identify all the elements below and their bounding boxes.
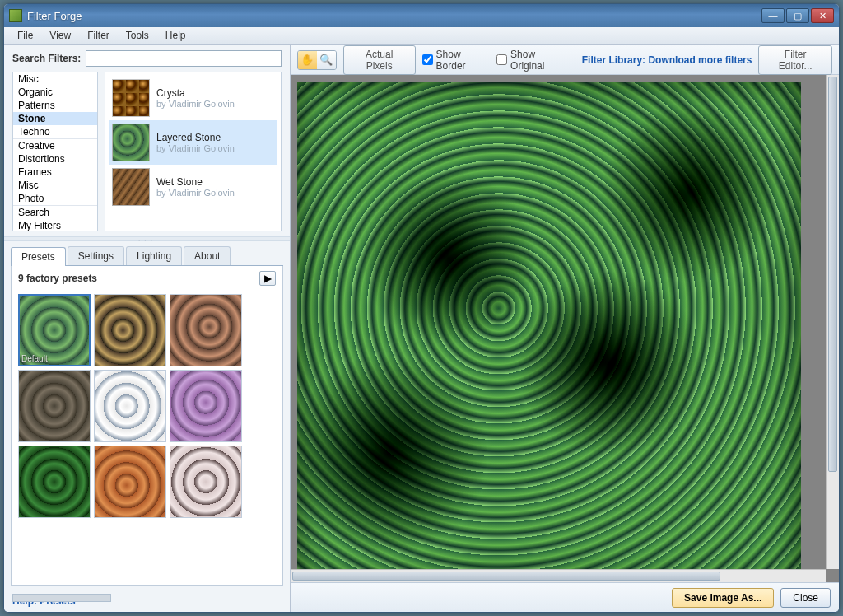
menu-help[interactable]: Help <box>157 27 194 44</box>
category-stone[interactable]: Stone <box>13 112 97 125</box>
close-window-button[interactable]: ✕ <box>811 8 834 23</box>
filter-thumb <box>112 124 150 161</box>
show-border-checkbox[interactable]: Show Border <box>422 49 491 72</box>
tab-about[interactable]: About <box>184 246 231 265</box>
app-icon <box>9 9 22 22</box>
category-misc[interactable]: Misc <box>13 72 97 86</box>
app-window: Filter Forge — ▢ ✕ FileViewFilterToolsHe… <box>3 3 840 613</box>
filter-library-link[interactable]: Filter Library: Download more filters <box>582 54 752 66</box>
preset-thumb-7[interactable] <box>18 446 91 518</box>
zoom-tool-button[interactable]: 🔍 <box>317 51 336 69</box>
filter-author: by Vladimir Golovin <box>156 99 235 109</box>
tab-presets[interactable]: Presets <box>11 247 66 266</box>
category-search[interactable]: Search <box>13 206 97 219</box>
actual-pixels-button[interactable]: Actual Pixels <box>343 45 416 75</box>
tab-settings[interactable]: Settings <box>68 246 124 265</box>
close-button[interactable]: Close <box>780 588 831 608</box>
left-panel: Search Filters: MiscOrganicPatternsStone… <box>4 45 291 612</box>
search-input[interactable] <box>86 50 282 67</box>
preset-thumb-3[interactable] <box>170 294 242 366</box>
category-distortions[interactable]: Distortions <box>13 152 97 166</box>
preview-image[interactable] <box>297 82 801 569</box>
bottom-bar: Save Image As... Close <box>291 582 839 612</box>
menu-tools[interactable]: Tools <box>118 27 157 44</box>
filter-editor-button[interactable]: Filter Editor... <box>758 45 832 75</box>
menubar: FileViewFilterToolsHelp <box>4 27 839 45</box>
preset-grid: Default <box>12 291 282 585</box>
preset-thumb-9[interactable] <box>170 446 242 518</box>
preset-thumb-5[interactable] <box>94 370 166 442</box>
filter-name: Crysta <box>156 87 235 99</box>
filter-list[interactable]: Crystaby Vladimir GolovinLayered Stoneby… <box>105 72 282 231</box>
save-image-button[interactable]: Save Image As... <box>672 588 774 608</box>
category-photo[interactable]: Photo <box>13 192 97 205</box>
progress-bar <box>12 594 111 602</box>
filter-name: Wet Stone <box>156 176 235 188</box>
minimize-button[interactable]: — <box>761 8 785 23</box>
filter-thumb <box>112 168 150 206</box>
menu-view[interactable]: View <box>41 27 79 44</box>
horizontal-scrollbar[interactable] <box>291 569 826 582</box>
category-my-filters[interactable]: My Filters <box>13 219 97 231</box>
tab-strip: PresetsSettingsLightingAbout <box>11 246 283 266</box>
search-label: Search Filters: <box>12 53 81 64</box>
filter-item-wet-stone[interactable]: Wet Stoneby Vladimir Golovin <box>109 165 277 209</box>
menu-file[interactable]: File <box>9 27 41 44</box>
preset-play-button[interactable]: ▶ <box>259 271 276 286</box>
filter-item-crysta[interactable]: Crystaby Vladimir Golovin <box>109 76 277 120</box>
show-original-input[interactable] <box>496 54 507 65</box>
category-list[interactable]: MiscOrganicPatternsStoneTechnoCreativeDi… <box>12 72 98 231</box>
preview-area <box>291 75 839 582</box>
vertical-scrollbar[interactable] <box>826 75 839 569</box>
category-creative[interactable]: Creative <box>13 139 97 152</box>
preset-thumb-1[interactable]: Default <box>18 294 91 366</box>
category-organic[interactable]: Organic <box>13 86 97 99</box>
preset-default-label: Default <box>21 354 48 363</box>
preview-toolbar: ✋ 🔍 Actual Pixels Show Border Show Origi… <box>291 45 839 75</box>
category-misc[interactable]: Misc <box>13 179 97 192</box>
tab-lighting[interactable]: Lighting <box>126 246 182 265</box>
category-frames[interactable]: Frames <box>13 166 97 179</box>
filter-name: Layered Stone <box>156 132 235 143</box>
filter-item-layered-stone[interactable]: Layered Stoneby Vladimir Golovin <box>109 120 277 165</box>
panel-splitter[interactable] <box>4 236 290 241</box>
right-panel: ✋ 🔍 Actual Pixels Show Border Show Origi… <box>291 45 839 612</box>
preset-thumb-2[interactable] <box>94 294 166 366</box>
show-border-input[interactable] <box>422 54 433 65</box>
filter-thumb <box>112 79 150 117</box>
category-techno[interactable]: Techno <box>13 125 97 138</box>
maximize-button[interactable]: ▢ <box>786 8 809 23</box>
titlebar[interactable]: Filter Forge — ▢ ✕ <box>4 4 839 27</box>
hand-tool-button[interactable]: ✋ <box>298 51 317 69</box>
window-title: Filter Forge <box>27 10 761 22</box>
preset-thumb-8[interactable] <box>94 446 166 518</box>
filter-author: by Vladimir Golovin <box>156 188 235 198</box>
show-original-checkbox[interactable]: Show Original <box>496 49 569 72</box>
preset-count: 9 factory presets <box>18 273 259 284</box>
menu-filter[interactable]: Filter <box>79 27 118 44</box>
filter-author: by Vladimir Golovin <box>156 143 235 153</box>
category-patterns[interactable]: Patterns <box>13 99 97 112</box>
preset-thumb-6[interactable] <box>170 370 242 442</box>
preset-thumb-4[interactable] <box>18 370 91 442</box>
